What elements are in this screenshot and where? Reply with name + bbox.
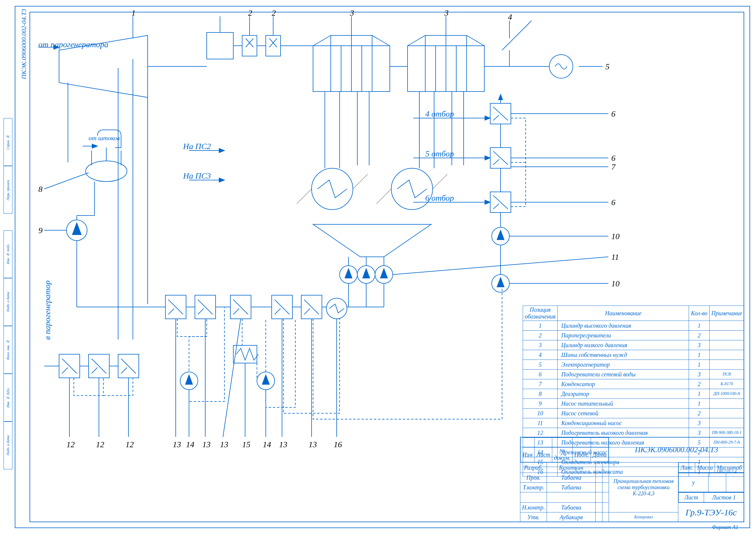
svg-marker-92 bbox=[92, 144, 97, 148]
label-otb5: 5 отбор bbox=[425, 149, 454, 158]
format-label: Формат A1 bbox=[712, 524, 738, 530]
svg-marker-74 bbox=[497, 230, 504, 240]
svg-marker-80 bbox=[485, 116, 490, 120]
label-ps2: На ПС2 bbox=[183, 142, 211, 151]
svg-marker-60 bbox=[72, 223, 81, 235]
svg-marker-82 bbox=[485, 156, 490, 160]
title-block: ИзмЛист№ докум.Подп.Дата ПКЭК.0906000.00… bbox=[520, 437, 744, 522]
svg-marker-18 bbox=[363, 269, 370, 278]
svg-marker-84 bbox=[485, 200, 490, 204]
svg-line-14 bbox=[433, 174, 447, 189]
svg-line-12 bbox=[353, 174, 368, 189]
svg-marker-20 bbox=[380, 269, 388, 278]
svg-marker-88 bbox=[219, 148, 225, 153]
svg-marker-52 bbox=[185, 375, 193, 384]
svg-line-13 bbox=[377, 189, 391, 204]
label-otb4: 4 отбор bbox=[425, 109, 454, 119]
label-from-pg: от парогенератора bbox=[39, 40, 108, 49]
svg-marker-72 bbox=[499, 94, 502, 100]
svg-marker-77 bbox=[497, 278, 504, 287]
label-shtokov: от штоков bbox=[89, 134, 120, 142]
svg-line-108 bbox=[44, 173, 89, 189]
svg-marker-54 bbox=[262, 375, 269, 384]
svg-line-116 bbox=[223, 319, 241, 437]
svg-rect-1 bbox=[207, 33, 233, 59]
svg-marker-16 bbox=[345, 269, 352, 278]
svg-line-11 bbox=[297, 189, 311, 204]
label-otb6: 6 отбор bbox=[425, 193, 454, 203]
svg-marker-90 bbox=[219, 178, 225, 182]
label-ps3: На ПС3 bbox=[183, 171, 211, 181]
label-to-pg: в парогенератор bbox=[43, 280, 52, 340]
